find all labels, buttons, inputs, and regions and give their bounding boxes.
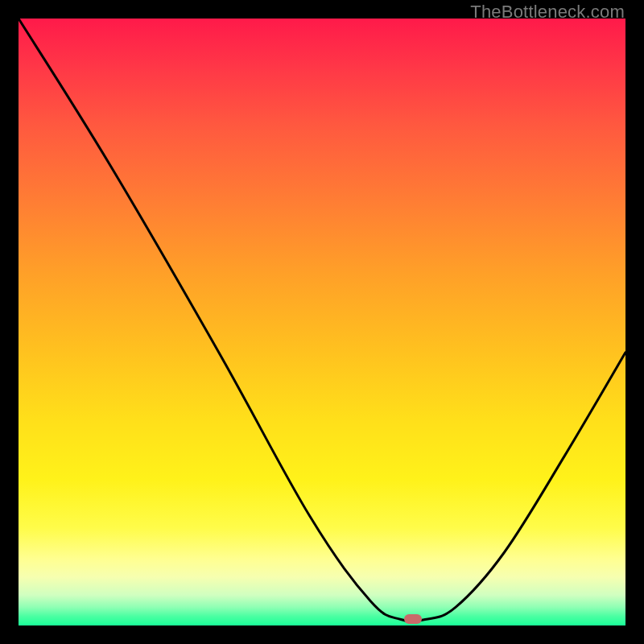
bottleneck-curve <box>19 19 625 625</box>
plot-area <box>19 19 625 625</box>
attribution-text: TheBottleneck.com <box>470 2 625 23</box>
chart-stage: TheBottleneck.com <box>0 0 644 644</box>
curve-path <box>19 19 625 621</box>
optimal-marker <box>404 614 422 624</box>
